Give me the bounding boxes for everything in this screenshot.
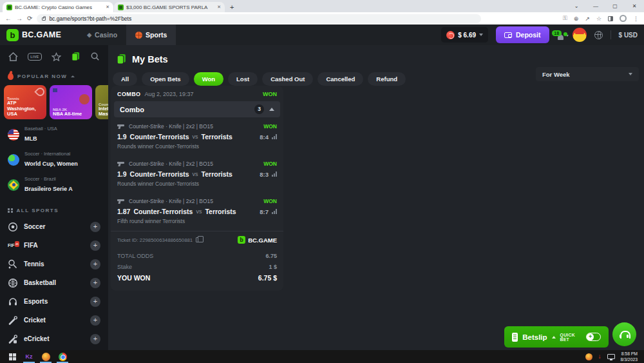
- browser-tab-active[interactable]: BC.GAME: Crypto Casino Games ✕: [3, 2, 113, 12]
- taskbar-app-kz[interactable]: Kz: [21, 350, 37, 363]
- screen: BC.GAME: Crypto Casino Games ✕ $3,000 BC…: [0, 0, 644, 363]
- maximize-icon[interactable]: ▢: [605, 3, 625, 9]
- plus-icon[interactable]: +: [90, 240, 100, 251]
- item-category: Soccer · International: [24, 151, 78, 157]
- taskbar-app-coin[interactable]: [37, 350, 54, 363]
- fifa-icon: FIF21: [8, 240, 18, 251]
- filter-cashed-out[interactable]: Cashed Out: [262, 72, 313, 86]
- stats-bars-icon[interactable]: [272, 209, 277, 214]
- bc-game-logo[interactable]: b BC.GAME: [6, 29, 61, 41]
- sidebar-item-esports[interactable]: Esports +: [0, 292, 108, 311]
- vs-label: vs: [193, 171, 198, 177]
- bet-card: COMBO Aug 2, 2023, 19:37 WON Combo 3 Cou…: [111, 86, 283, 291]
- browser-tab-inactive[interactable]: $3,000 BC.GAME SPORTS PARLA ✕: [114, 2, 225, 12]
- start-button[interactable]: [4, 350, 21, 363]
- menu-dots-icon[interactable]: ⋮: [633, 15, 639, 22]
- profile-icon[interactable]: [620, 15, 627, 22]
- sport-label: Cricket: [24, 317, 84, 324]
- reload-icon[interactable]: ⟳: [27, 15, 32, 22]
- leg-odds: 1.87: [117, 208, 130, 215]
- password-key-icon[interactable]: ⚿: [563, 15, 567, 22]
- language-globe-icon[interactable]: [594, 31, 603, 39]
- support-button[interactable]: [612, 322, 636, 346]
- tray-coin-icon[interactable]: [585, 353, 592, 360]
- tab-close-icon[interactable]: ✕: [217, 5, 221, 10]
- deposit-button[interactable]: Deposit: [496, 26, 549, 43]
- share-icon[interactable]: ↗: [585, 15, 590, 22]
- filter-won[interactable]: Won: [194, 72, 223, 86]
- sidebar-item-basketball[interactable]: Basketball +: [0, 273, 108, 292]
- popular-card-tennis[interactable]: Tennis ATP Washington, USA: [4, 85, 46, 119]
- sport-label: eCricket: [24, 335, 84, 342]
- filter-cancelled[interactable]: Cancelled: [317, 72, 363, 86]
- plus-icon[interactable]: +: [90, 259, 100, 270]
- plus-icon[interactable]: +: [90, 334, 100, 344]
- betslip-icon: [512, 333, 518, 342]
- new-tab-icon[interactable]: +: [230, 4, 234, 10]
- balance-selector[interactable]: $ 6.69: [441, 27, 488, 43]
- side-panel-icon[interactable]: [608, 16, 613, 21]
- sidebar-item-cricket[interactable]: Cricket +: [0, 311, 108, 329]
- filter-open-bets[interactable]: Open Bets: [142, 72, 189, 86]
- tab-search-icon[interactable]: ⌄: [567, 3, 586, 9]
- page-header: My Bets: [108, 45, 644, 64]
- user-avatar[interactable]: [573, 28, 587, 42]
- popular-item-world-cup[interactable]: Soccer · InternationalWorld Cup, Women: [0, 147, 108, 172]
- sidebar-item-tennis[interactable]: Tennis +: [0, 255, 108, 273]
- sidebar-item-ecricket[interactable]: eCricket +: [0, 329, 108, 348]
- plus-icon[interactable]: +: [90, 315, 100, 326]
- combo-toggle-row[interactable]: Combo 3: [114, 101, 280, 117]
- home-icon[interactable]: [8, 52, 18, 61]
- install-icon[interactable]: ⊕: [574, 15, 579, 22]
- sidebar-item-fifa[interactable]: FIF21 FIFA +: [0, 236, 108, 255]
- popular-item-brasileiro[interactable]: Soccer · BrazilBrasileiro Serie A: [0, 172, 108, 197]
- popular-now-header[interactable]: POPULAR NOW: [0, 66, 108, 84]
- filter-lost[interactable]: Lost: [228, 72, 258, 86]
- tab-close-icon[interactable]: ✕: [106, 5, 109, 10]
- quick-bet-toggle[interactable]: +: [586, 333, 601, 341]
- my-bets-icon[interactable]: [71, 52, 80, 61]
- total-odds-row: TOTAL ODDS 6.75: [117, 250, 277, 261]
- currency-selector[interactable]: $ USD: [619, 32, 638, 39]
- coin-icon: [446, 31, 455, 39]
- plus-icon[interactable]: +: [90, 278, 100, 288]
- tray-display-icon[interactable]: [607, 354, 615, 359]
- live-icon[interactable]: LIVE: [28, 53, 41, 61]
- usa-flag-icon: [8, 129, 19, 141]
- sport-label: Soccer: [24, 223, 84, 230]
- plus-icon[interactable]: +: [90, 297, 100, 307]
- popular-card-csgo[interactable]: Counter-Strike Intel Extreme Masters: [95, 85, 108, 119]
- minimize-icon[interactable]: —: [586, 3, 605, 9]
- search-icon[interactable]: [90, 52, 100, 61]
- deposit-label: Deposit: [516, 31, 541, 39]
- taskbar-app-chrome[interactable]: [54, 350, 71, 363]
- betslip-bar[interactable]: Betslip QUICK BET +: [504, 326, 609, 348]
- popular-card-nba2k[interactable]: NBA 2K NBA All-time: [50, 85, 92, 119]
- total-value: 6.75: [265, 253, 277, 259]
- nav-sports[interactable]: Sports: [126, 25, 176, 45]
- diamond-icon: ◆: [87, 32, 91, 38]
- my-bets-icon: [116, 54, 127, 64]
- leg-score: 8:4: [260, 133, 269, 141]
- period-dropdown[interactable]: For Week: [536, 67, 639, 81]
- forward-icon[interactable]: →: [16, 15, 23, 22]
- copy-icon[interactable]: [196, 237, 200, 242]
- nav-casino[interactable]: ◆ Casino: [78, 25, 126, 45]
- close-icon[interactable]: ✕: [625, 3, 644, 9]
- address-bar[interactable]: bc.game/sports?bt-path=%2Fbets: [37, 14, 481, 23]
- tray-download-icon[interactable]: ↓: [598, 353, 601, 360]
- bc-game-logo-text: BC.GAME: [248, 237, 277, 244]
- filter-refund[interactable]: Refund: [368, 72, 406, 86]
- bookmark-star-icon[interactable]: ☆: [596, 15, 601, 22]
- favorites-star-icon[interactable]: [52, 52, 61, 61]
- back-icon[interactable]: ←: [5, 15, 12, 22]
- taskbar-clock[interactable]: 8:58 PM 8/3/2023: [621, 351, 640, 362]
- filter-all[interactable]: All: [113, 72, 137, 86]
- leg-odds: 1.9: [117, 133, 127, 141]
- stats-bars-icon[interactable]: [272, 134, 277, 139]
- sidebar-item-soccer[interactable]: Soccer +: [0, 217, 108, 236]
- plus-icon[interactable]: +: [90, 222, 100, 232]
- stats-bars-icon[interactable]: [272, 172, 277, 177]
- popular-item-mlb[interactable]: Baseball · USAMLB: [0, 122, 108, 147]
- all-sports-header: ALL SPORTS: [0, 197, 108, 217]
